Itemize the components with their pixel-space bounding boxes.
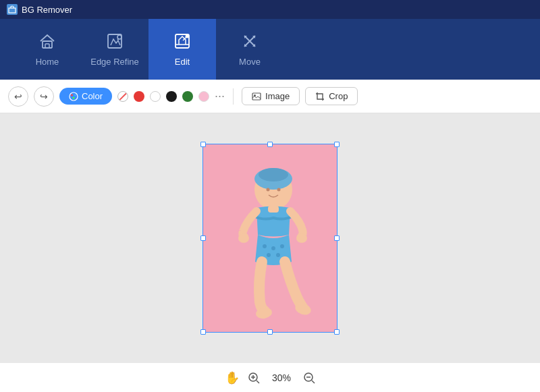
svg-point-27 — [276, 253, 280, 257]
more-colors-button[interactable]: ··· — [215, 89, 225, 103]
svg-rect-30 — [268, 206, 279, 213]
color-swatch-black[interactable] — [166, 91, 177, 102]
title-bar: BG Remover — [0, 0, 540, 19]
zoom-bar: ✋ 30% — [0, 362, 540, 392]
redo-button[interactable]: ↪ — [34, 86, 54, 107]
svg-rect-1 — [43, 41, 52, 48]
image-button[interactable]: Image — [242, 87, 300, 105]
svg-point-26 — [267, 253, 271, 257]
toolbar-divider — [233, 88, 234, 105]
nav-home-label: Home — [36, 57, 59, 67]
edge-refine-icon — [106, 32, 124, 53]
app-title: BG Remover — [22, 5, 72, 15]
edit-icon — [173, 32, 191, 53]
svg-point-24 — [271, 246, 275, 250]
color-swatch-green[interactable] — [182, 91, 193, 102]
toolbar: ↩ ↪ Color ··· Image Crop — [0, 80, 540, 113]
svg-point-11 — [71, 94, 73, 96]
svg-point-18 — [259, 168, 288, 181]
hand-icon[interactable]: ✋ — [225, 370, 240, 385]
image-icon — [252, 92, 261, 101]
color-label: Color — [82, 91, 103, 101]
nav-edge-refine-label: Edge Refine — [90, 57, 139, 67]
zoom-in-icon — [248, 372, 260, 384]
photo-background — [202, 144, 338, 333]
zoom-in-button[interactable] — [248, 372, 260, 384]
color-swatch-white[interactable] — [150, 91, 161, 102]
crop-button[interactable]: Crop — [305, 87, 358, 105]
palette-icon — [69, 92, 78, 101]
color-swatch-red[interactable] — [134, 91, 144, 102]
svg-point-19 — [267, 188, 270, 191]
undo-button[interactable]: ↩ — [8, 86, 28, 107]
undo-icon: ↩ — [14, 91, 22, 102]
color-swatch-pink[interactable] — [198, 91, 209, 102]
svg-point-22 — [296, 233, 307, 243]
svg-rect-2 — [45, 44, 49, 48]
color-button[interactable]: Color — [59, 88, 112, 105]
svg-line-34 — [256, 381, 259, 383]
svg-point-10 — [70, 92, 78, 101]
crop-icon — [315, 92, 325, 101]
redo-icon: ↪ — [40, 91, 48, 102]
svg-rect-0 — [9, 8, 16, 13]
crop-label: Crop — [329, 91, 348, 101]
move-icon — [241, 32, 259, 53]
app-icon — [7, 4, 18, 15]
svg-point-13 — [73, 96, 75, 99]
image-container[interactable] — [202, 144, 338, 333]
svg-point-25 — [280, 244, 284, 248]
nav-item-home[interactable]: Home — [14, 19, 81, 80]
nav-item-edit[interactable]: Edit — [148, 19, 216, 80]
nav-edit-label: Edit — [175, 57, 190, 67]
home-icon — [38, 32, 56, 53]
more-icon: ··· — [215, 89, 225, 103]
zoom-level: 30% — [268, 372, 295, 383]
image-label: Image — [265, 91, 290, 101]
canvas-area — [0, 113, 540, 362]
zoom-out-button[interactable] — [303, 372, 315, 384]
svg-point-23 — [263, 244, 267, 248]
svg-point-20 — [277, 188, 281, 191]
child-figure-svg — [202, 144, 338, 333]
nav-item-edge-refine[interactable]: Edge Refine — [81, 19, 148, 80]
nav-item-move[interactable]: Move — [216, 19, 284, 80]
nav-bar: Home Edge Refine Edit — [0, 19, 540, 80]
svg-point-12 — [74, 94, 76, 96]
svg-point-21 — [238, 233, 249, 243]
nav-move-label: Move — [239, 57, 261, 67]
zoom-out-icon — [303, 372, 315, 384]
color-swatch-none[interactable] — [117, 91, 128, 102]
svg-line-37 — [312, 381, 315, 383]
